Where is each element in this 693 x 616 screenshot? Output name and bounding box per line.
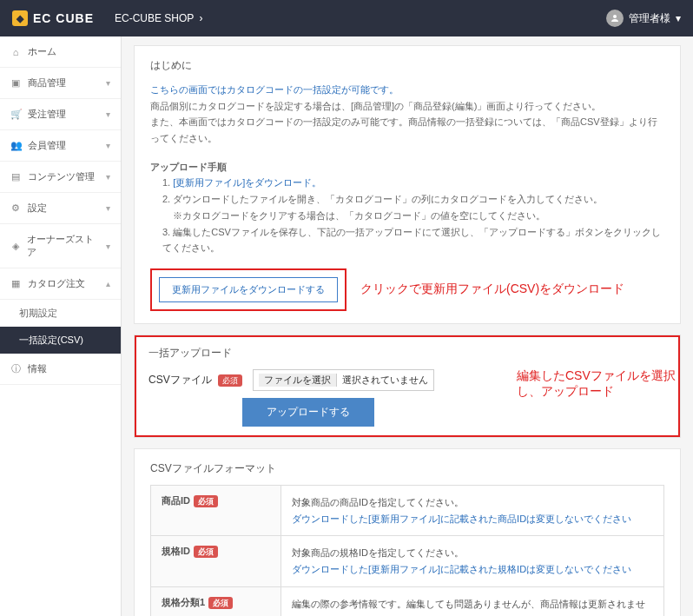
cart-icon: 🛒	[10, 109, 21, 120]
format-link[interactable]: ダウンロードした[更新用ファイル]に記載された商品IDは変更しないでください	[292, 513, 631, 524]
top-bar: ◆ EC CUBE EC-CUBE SHOP › 管理者様 ▾	[0, 0, 693, 36]
gear-icon: ⚙	[10, 202, 21, 214]
intro-line2: 商品個別にカタログコードを設定する場合は、[商品管理]の「商品登録(編集)」画面…	[150, 101, 601, 111]
store-icon: ◈	[10, 241, 20, 252]
sidebar-item-label: コンテンツ管理	[28, 170, 95, 183]
intro-line3: また、本画面ではカタログコードの一括設定のみ可能です。商品情報の一括登録について…	[150, 116, 657, 143]
format-title: CSVファイルフォーマット	[150, 461, 664, 476]
info-icon: ⓘ	[10, 362, 21, 375]
avatar-icon	[606, 10, 624, 27]
file-icon: ▤	[10, 171, 21, 182]
chevron-down-icon: ▾	[676, 12, 681, 24]
sidebar-item-home[interactable]: ⌂ ホーム	[0, 36, 121, 68]
chevron-down-icon: ▾	[106, 78, 110, 88]
sidebar-item-label: 受注管理	[28, 108, 66, 121]
chevron-up-icon: ▴	[106, 279, 110, 288]
tag-icon: ▣	[10, 77, 21, 89]
sidebar-item-owner[interactable]: ◈ オーナーズストア ▾	[0, 224, 121, 268]
user-menu[interactable]: 管理者様 ▾	[606, 10, 681, 27]
upload-annotation: 編集したCSVファイルを選択し、アップロード	[517, 368, 680, 400]
format-link[interactable]: ダウンロードした[更新用ファイル]に記載された規格IDは変更しないでください	[292, 564, 631, 574]
logo: ◆ EC CUBE	[12, 10, 94, 26]
intro-link[interactable]: こちらの画面ではカタログコードの一括設定が可能です。	[150, 84, 399, 95]
table-row: 規格ID必須 対象商品の規格IDを指定してください。ダウンロードした[更新用ファ…	[151, 536, 664, 586]
sidebar-item-label: オーナーズストア	[27, 233, 99, 259]
sidebar-sub-csv[interactable]: 一括設定(CSV)	[0, 327, 121, 354]
chevron-down-icon: ▾	[106, 141, 110, 150]
upload-button[interactable]: アップロードする	[242, 398, 374, 427]
sidebar-item-label: ホーム	[28, 45, 56, 58]
intro-panel: はじめに こちらの画面ではカタログコードの一括設定が可能です。 商品個別にカタロ…	[134, 45, 681, 324]
users-icon: 👥	[10, 140, 21, 151]
chevron-down-icon: ▾	[106, 172, 110, 182]
sidebar-item-label: 設定	[28, 202, 47, 215]
table-row: 商品ID必須 対象商品の商品IDを指定してください。ダウンロードした[更新用ファ…	[151, 485, 664, 535]
required-badge: 必須	[218, 374, 242, 387]
sidebar-item-label: カタログ注文	[28, 277, 85, 290]
shop-name-label: EC-CUBE SHOP	[115, 12, 194, 24]
sidebar-item-content[interactable]: ▤ コンテンツ管理 ▾	[0, 162, 121, 193]
sidebar-item-order[interactable]: 🛒 受注管理 ▾	[0, 99, 121, 130]
sidebar-item-info[interactable]: ⓘ 情報	[0, 354, 121, 385]
required-badge: 必須	[194, 546, 218, 558]
home-icon: ⌂	[10, 47, 21, 57]
logo-text: EC CUBE	[33, 11, 94, 25]
sidebar-item-product[interactable]: ▣ 商品管理 ▾	[0, 68, 121, 99]
format-cell-name: 商品ID必須	[151, 485, 281, 535]
chevron-down-icon: ▾	[106, 203, 110, 213]
sidebar-item-member[interactable]: 👥 会員管理 ▾	[0, 130, 121, 162]
intro-title: はじめに	[150, 58, 664, 73]
chevron-right-icon: ›	[199, 12, 202, 24]
sidebar-sub-label: 一括設定(CSV)	[19, 334, 83, 345]
sidebar-item-setting[interactable]: ⚙ 設定 ▾	[0, 193, 121, 224]
format-cell-name: 規格ID必須	[151, 536, 281, 586]
download-annotation: クリックで更新用ファイル(CSV)をダウンロード	[360, 282, 624, 297]
file-select-button: ファイルを選択	[259, 374, 337, 387]
book-icon: ▦	[10, 278, 21, 289]
csv-field-label: CSVファイル 必須	[148, 373, 242, 387]
sidebar: ⌂ ホーム ▣ 商品管理 ▾ 🛒 受注管理 ▾ 👥 会員管理 ▾ ▤ コンテンツ…	[0, 36, 122, 616]
required-badge: 必須	[208, 597, 233, 609]
sidebar-item-catalog[interactable]: ▦ カタログ注文 ▴	[0, 268, 121, 300]
logo-icon: ◆	[12, 10, 28, 26]
required-badge: 必須	[194, 495, 218, 507]
svg-point-0	[613, 15, 617, 18]
sidebar-sub-label: 初期設定	[19, 308, 57, 318]
sidebar-item-label: 商品管理	[28, 76, 66, 89]
upload-panel: 一括アップロード CSVファイル 必須 ファイルを選択 選択されていません アッ…	[134, 334, 681, 438]
upload-title: 一括アップロード	[148, 346, 666, 361]
file-input[interactable]: ファイルを選択 選択されていません	[253, 369, 434, 391]
file-selected-label: 選択されていません	[342, 374, 428, 387]
download-button[interactable]: 更新用ファイルをダウンロードする	[159, 277, 338, 302]
shop-name-link[interactable]: EC-CUBE SHOP ›	[115, 12, 202, 24]
sidebar-sub-initial[interactable]: 初期設定	[0, 300, 121, 327]
step2-note: ※カタログコードをクリアする場合は、「カタログコード」の値を空にしてください。	[162, 210, 545, 221]
step1-prefix: 1.	[162, 177, 173, 188]
download-callout: 更新用ファイルをダウンロードする	[150, 268, 346, 311]
step2: 2. ダウンロードしたファイルを開き、「カタログコード」の列にカタログコードを入…	[162, 194, 603, 204]
table-row: 規格分類1必須 編集の際の参考情報です。編集しても問題ありませんが、商品情報は更…	[151, 586, 664, 616]
step3: 3. 編集したCSVファイルを保存し、下記の一括アップロードにて選択し、「アップ…	[162, 227, 661, 254]
sidebar-item-label: 情報	[28, 362, 47, 375]
chevron-down-icon: ▾	[106, 109, 110, 119]
user-name-label: 管理者様	[629, 11, 670, 26]
format-panel: CSVファイルフォーマット 商品ID必須 対象商品の商品IDを指定してください。…	[134, 448, 681, 616]
step1-link[interactable]: [更新用ファイル]をダウンロード。	[173, 177, 321, 188]
main-content: はじめに こちらの画面ではカタログコードの一括設定が可能です。 商品個別にカタロ…	[122, 36, 693, 616]
chevron-down-icon: ▾	[106, 242, 110, 251]
sidebar-item-label: 会員管理	[28, 139, 66, 152]
format-table: 商品ID必須 対象商品の商品IDを指定してください。ダウンロードした[更新用ファ…	[150, 485, 664, 616]
upload-steps-title: アップロード手順	[150, 162, 227, 172]
format-cell-name: 規格分類1必須	[151, 586, 281, 616]
